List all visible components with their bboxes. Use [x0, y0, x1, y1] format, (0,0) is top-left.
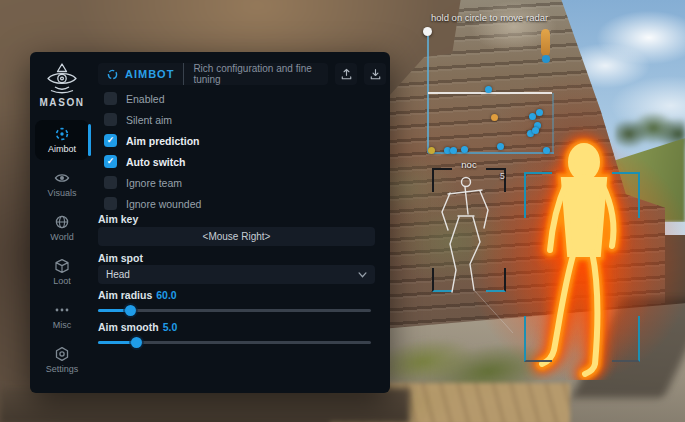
toggle-row: Silent aim — [104, 109, 201, 130]
gear-icon — [54, 346, 70, 362]
esp-box-corner — [612, 172, 640, 218]
slider-thumb[interactable] — [125, 305, 136, 316]
toggle-label: Ignore team — [126, 177, 182, 189]
aim-radius-value: 60.0 — [156, 289, 176, 301]
mason-eye-logo-icon — [44, 62, 80, 94]
radar-dot-blue — [536, 109, 543, 116]
radar-drag-handle[interactable] — [423, 27, 432, 36]
header-bar: AIMBOT Rich configuration and fine tunin… — [98, 63, 328, 85]
radar-left-border — [427, 36, 429, 153]
sidebar-item-aimbot[interactable]: Aimbot — [35, 120, 89, 160]
radar-dot-blue — [461, 146, 468, 153]
aim-key-button[interactable]: <Mouse Right> — [98, 227, 375, 246]
aim-smooth-value: 5.0 — [163, 321, 178, 333]
panel-header: AIMBOT Rich configuration and fine tunin… — [98, 63, 386, 85]
eye-icon — [54, 170, 70, 186]
toggle-label: Ignore wounded — [126, 198, 201, 210]
toggle-label: Enabled — [126, 93, 165, 105]
brand-name: MASON — [39, 97, 84, 108]
radar-tooltip: hold on circle to move radar — [431, 12, 548, 23]
toggle-row: Enabled — [104, 88, 201, 109]
download-config-button[interactable] — [364, 63, 386, 85]
radar-dot-self — [428, 147, 435, 154]
slider-thumb[interactable] — [131, 337, 142, 348]
toggle-label: Aim prediction — [126, 135, 200, 147]
sidebar: MASON AimbotVisualsWorldLootMiscSettings — [30, 52, 94, 393]
radar-dot-orange — [491, 114, 498, 121]
offscreen-enemy-dot — [542, 55, 550, 63]
offscreen-enemy-marker — [541, 29, 550, 56]
globe-icon — [54, 214, 70, 230]
radar-dot-blue — [450, 147, 457, 154]
upload-icon — [340, 68, 353, 81]
upload-config-button[interactable] — [335, 63, 357, 85]
sidebar-item-world[interactable]: World — [35, 208, 89, 248]
toggle-row: Ignore team — [104, 172, 201, 193]
toggle-row: Ignore wounded — [104, 193, 201, 214]
toggle-row: ✓Aim prediction — [104, 130, 201, 151]
aim-spot-label: Aim spot — [98, 252, 143, 264]
aim-key-label: Aim key — [98, 213, 138, 225]
crosshair-icon — [54, 126, 70, 142]
aim-radius-label-text: Aim radius — [98, 289, 152, 301]
sidebar-item-label: Loot — [53, 276, 71, 286]
sidebar-item-label: Misc — [53, 320, 72, 330]
dots-icon — [54, 302, 70, 318]
page-subtitle: Rich configuration and fine tuning — [183, 63, 319, 85]
radar-right-border — [552, 93, 554, 152]
aim-smooth-label: Aim smooth5.0 — [98, 321, 177, 333]
radar-dot-blue — [529, 113, 536, 120]
radar-dot-blue — [532, 127, 539, 134]
sidebar-item-misc[interactable]: Misc — [35, 296, 89, 336]
aim-radius-slider[interactable] — [98, 304, 371, 316]
aim-spot-value: Head — [106, 269, 130, 280]
radar-dot-blue — [497, 143, 504, 150]
radar-dot-blue — [543, 147, 550, 154]
sidebar-item-visuals[interactable]: Visuals — [35, 164, 89, 204]
slider-track[interactable] — [98, 309, 371, 312]
panel-content: AIMBOT Rich configuration and fine tunin… — [94, 52, 390, 393]
esp-box-corner — [524, 172, 552, 218]
checkbox-enabled[interactable] — [104, 92, 117, 105]
aim-radius-label: Aim radius60.0 — [98, 289, 177, 301]
esp-box-corner — [612, 316, 640, 362]
aimbot-ring-icon — [107, 68, 118, 81]
checkbox-auto-switch[interactable]: ✓ — [104, 155, 117, 168]
sidebar-item-label: Settings — [46, 364, 79, 374]
chevron-down-icon — [358, 272, 367, 278]
dirt-foreground — [0, 388, 410, 422]
esp-box-corner — [524, 316, 552, 362]
sidebar-nav: AimbotVisualsWorldLootMiscSettings — [35, 116, 89, 380]
sidebar-item-label: Aimbot — [48, 144, 76, 154]
sidebar-item-settings[interactable]: Settings — [35, 340, 89, 380]
sidebar-item-label: World — [50, 232, 73, 242]
radar-dot-blue — [485, 86, 492, 93]
checkbox-ignore-team[interactable] — [104, 176, 117, 189]
checkbox-ignore-wounded[interactable] — [104, 197, 117, 210]
page-title: AIMBOT — [125, 68, 174, 80]
aim-key-value: <Mouse Right> — [203, 231, 271, 242]
checkbox-aim-prediction[interactable]: ✓ — [104, 134, 117, 147]
toggle-label: Auto switch — [126, 156, 186, 168]
aim-smooth-label-text: Aim smooth — [98, 321, 159, 333]
checkbox-silent-aim[interactable] — [104, 113, 117, 126]
download-icon — [369, 68, 382, 81]
aim-spot-select[interactable]: Head — [98, 265, 375, 284]
toggle-list: EnabledSilent aim✓Aim prediction✓Auto sw… — [104, 88, 201, 214]
game-screen: noc 5 hold on circle to move radar — [0, 0, 685, 422]
sidebar-item-label: Visuals — [48, 188, 77, 198]
aim-smooth-slider[interactable] — [98, 336, 371, 348]
cheat-menu-panel: MASON AimbotVisualsWorldLootMiscSettings… — [30, 52, 390, 393]
skeleton-esp — [428, 162, 518, 337]
toggle-label: Silent aim — [126, 114, 172, 126]
toggle-row: ✓Auto switch — [104, 151, 201, 172]
sidebar-item-loot[interactable]: Loot — [35, 252, 89, 292]
box-icon — [54, 258, 70, 274]
